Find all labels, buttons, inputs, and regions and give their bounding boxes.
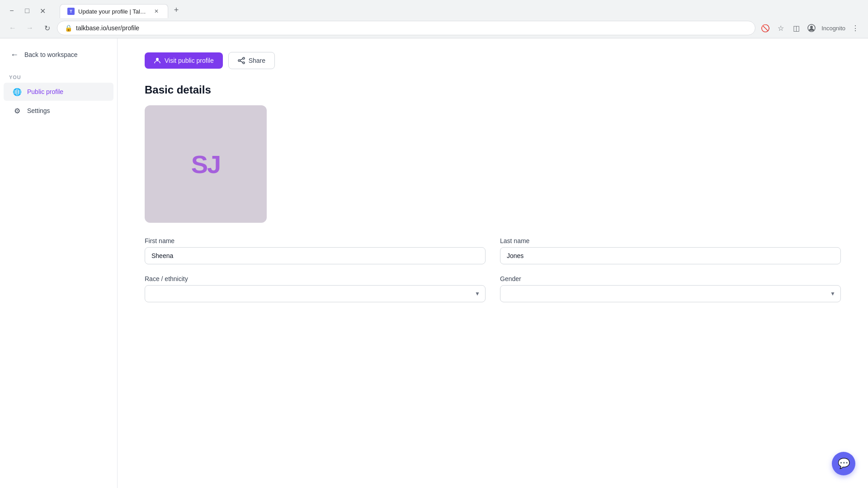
back-nav-button[interactable]: ← <box>5 21 20 35</box>
demographics-form-row: Race / ethnicity ▼ Gender ▼ <box>145 275 841 302</box>
sidebar-item-label: Public profile <box>27 88 63 95</box>
bookmark-button[interactable]: ☆ <box>774 21 788 35</box>
svg-point-4 <box>243 62 245 64</box>
active-tab[interactable]: T Update your profile | Talkbase... ✕ <box>60 4 168 18</box>
svg-line-7 <box>240 61 243 62</box>
last-name-input[interactable] <box>500 247 841 264</box>
last-name-field: Last name <box>500 237 841 264</box>
svg-line-6 <box>240 59 243 60</box>
tab-close-button[interactable]: ✕ <box>152 7 160 15</box>
split-view-button[interactable]: ◫ <box>789 21 803 35</box>
first-name-label: First name <box>145 237 486 244</box>
first-name-field: First name <box>145 237 486 264</box>
chat-icon: 💬 <box>838 458 850 469</box>
sidebar: ← Back to workspace YOU 🌐 Public profile… <box>0 38 118 488</box>
sidebar-item-public-profile[interactable]: 🌐 Public profile <box>4 83 113 101</box>
gender-label: Gender <box>500 275 841 282</box>
tab-title: Update your profile | Talkbase... <box>78 8 149 15</box>
forward-nav-button[interactable]: → <box>23 21 37 35</box>
new-tab-button[interactable]: + <box>170 4 183 16</box>
reload-button[interactable]: ↻ <box>40 21 54 35</box>
incognito-label: Incognito <box>821 25 845 32</box>
eye-off-icon[interactable]: 🚫 <box>758 21 773 35</box>
main-content: Visit public profile Share Basic details… <box>118 38 868 488</box>
race-ethnicity-select-wrapper: ▼ <box>145 285 486 302</box>
gender-select[interactable] <box>500 285 841 302</box>
profile-button[interactable] <box>804 21 819 35</box>
race-ethnicity-field: Race / ethnicity ▼ <box>145 275 486 302</box>
race-ethnicity-label: Race / ethnicity <box>145 275 486 282</box>
back-label: Back to workspace <box>24 51 78 58</box>
address-bar[interactable]: 🔒 talkbase.io/user/profile <box>57 21 755 35</box>
back-to-workspace-link[interactable]: ← Back to workspace <box>0 38 117 71</box>
gender-field: Gender ▼ <box>500 275 841 302</box>
page-layout: ← Back to workspace YOU 🌐 Public profile… <box>0 38 868 488</box>
person-icon <box>154 57 161 64</box>
tab-favicon: T <box>67 8 75 15</box>
share-icon <box>238 57 245 64</box>
visit-profile-label: Visit public profile <box>165 57 214 64</box>
browser-toolbar: ← → ↻ 🔒 talkbase.io/user/profile 🚫 ☆ ◫ I… <box>0 18 868 38</box>
more-options-button[interactable]: ⋮ <box>848 21 863 35</box>
chat-button[interactable]: 💬 <box>832 452 855 475</box>
browser-chrome: − □ ✕ T Update your profile | Talkbase..… <box>0 0 868 38</box>
share-label: Share <box>249 57 265 64</box>
action-bar: Visit public profile Share <box>145 52 841 69</box>
visit-public-profile-button[interactable]: Visit public profile <box>145 52 223 69</box>
avatar-card[interactable]: SJ <box>145 105 267 223</box>
url-display: talkbase.io/user/profile <box>76 24 139 32</box>
name-form-row: First name Last name <box>145 237 841 264</box>
window-minimize-button[interactable]: − <box>5 5 18 17</box>
sidebar-item-label: Settings <box>27 107 50 114</box>
svg-point-2 <box>156 58 159 61</box>
avatar-initials: SJ <box>191 150 221 179</box>
gear-icon: ⚙ <box>13 106 22 115</box>
sidebar-item-settings[interactable]: ⚙ Settings <box>4 102 113 120</box>
section-title: Basic details <box>145 84 841 96</box>
window-controls: − □ ✕ <box>5 5 49 17</box>
back-arrow-icon: ← <box>9 49 20 60</box>
sidebar-section-label: YOU <box>0 71 117 82</box>
browser-titlebar: − □ ✕ T Update your profile | Talkbase..… <box>0 0 868 18</box>
tab-bar: T Update your profile | Talkbase... ✕ + <box>54 4 188 18</box>
last-name-label: Last name <box>500 237 841 244</box>
share-button[interactable]: Share <box>228 52 275 69</box>
gender-select-wrapper: ▼ <box>500 285 841 302</box>
globe-icon: 🌐 <box>13 87 22 96</box>
window-maximize-button[interactable]: □ <box>21 5 33 17</box>
lock-icon: 🔒 <box>65 24 72 32</box>
toolbar-actions: 🚫 ☆ ◫ Incognito ⋮ <box>758 21 863 35</box>
first-name-input[interactable] <box>145 247 486 264</box>
svg-point-3 <box>243 57 245 59</box>
svg-point-5 <box>238 60 240 61</box>
window-close-button[interactable]: ✕ <box>36 5 49 17</box>
race-ethnicity-select[interactable] <box>145 285 486 302</box>
svg-point-1 <box>810 26 813 28</box>
